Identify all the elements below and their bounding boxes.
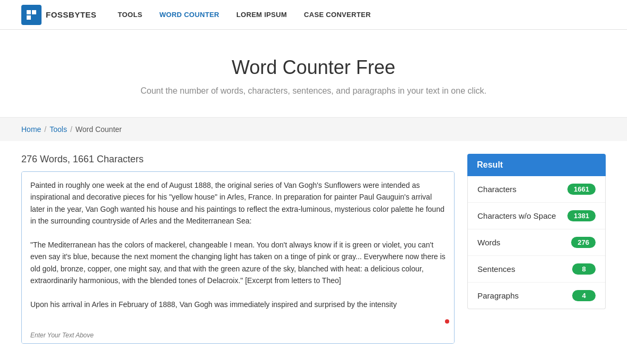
result-label-sentences: Sentences [477,264,515,274]
result-row-words: Words 276 [468,229,605,256]
result-label-characters-nospace: Characters w/o Space [477,211,556,220]
logo-link[interactable]: FOSSBYTES [21,5,96,25]
result-badge-characters: 1661 [567,184,596,195]
result-label-paragraphs: Paragraphs [477,291,519,300]
svg-rect-2 [27,15,31,20]
breadcrumb-bar: Home / Tools / Word Counter [0,118,627,141]
breadcrumb-tools[interactable]: Tools [50,125,67,134]
result-badge-sentences: 8 [572,263,596,275]
svg-rect-0 [27,10,31,14]
result-row-characters: Characters 1661 [468,176,605,203]
hero-section: Word Counter Free Count the number of wo… [0,30,627,118]
left-panel: 276 Words, 1661 Characters Painted in ro… [21,154,455,344]
nav-links: TOOLS WORD COUNTER LOREM IPSUM CASE CONV… [118,11,370,19]
svg-rect-3 [32,15,36,20]
result-header: Result [467,154,606,176]
result-badge-paragraphs: 4 [572,290,596,301]
result-label-words: Words [477,238,500,247]
right-panel: Result Characters 1661 Characters w/o Sp… [467,154,606,309]
nav-word-counter[interactable]: WORD COUNTER [159,11,219,19]
textarea-wrapper: Painted in roughly one week at the end o… [21,171,455,344]
result-body: Characters 1661 Characters w/o Space 138… [467,176,606,309]
breadcrumb-sep-1: / [44,125,46,134]
navbar: FOSSBYTES TOOLS WORD COUNTER LOREM IPSUM… [0,0,627,30]
logo-icon [21,5,42,25]
nav-tools[interactable]: TOOLS [118,11,142,19]
text-input[interactable]: Painted in roughly one week at the end o… [22,172,454,326]
result-badge-characters-nospace: 1381 [567,210,596,221]
logo-text: FOSSBYTES [46,10,96,19]
main-content: 276 Words, 1661 Characters Painted in ro… [0,141,627,357]
breadcrumb: Home / Tools / Word Counter [21,125,606,134]
page-subtitle: Count the number of words, characters, s… [21,86,606,96]
result-label-characters: Characters [477,185,516,194]
nav-case-converter[interactable]: CASE CONVERTER [304,11,371,19]
result-badge-words: 276 [571,237,596,248]
textarea-container: Painted in roughly one week at the end o… [21,171,455,344]
page-title: Word Counter Free [21,56,606,79]
result-row-characters-nospace: Characters w/o Space 1381 [468,203,605,229]
textarea-hint: Enter Your Text Above [22,328,454,343]
result-row-sentences: Sentences 8 [468,256,605,283]
breadcrumb-home[interactable]: Home [21,125,41,134]
svg-rect-1 [32,10,36,14]
result-row-paragraphs: Paragraphs 4 [468,283,605,309]
breadcrumb-sep-2: / [70,125,72,134]
counter-summary: 276 Words, 1661 Characters [21,154,455,165]
nav-lorem-ipsum[interactable]: LOREM IPSUM [236,11,287,19]
breadcrumb-current: Word Counter [76,125,122,134]
red-dot-indicator [445,319,449,324]
